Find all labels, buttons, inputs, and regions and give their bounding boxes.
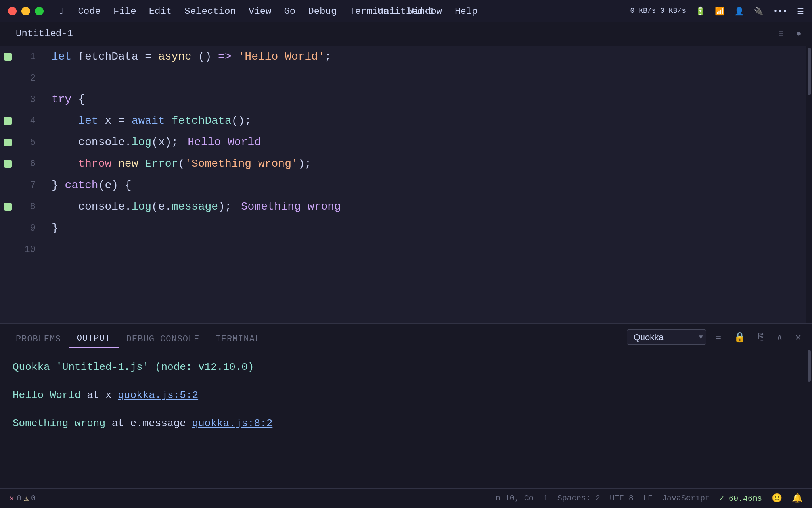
output-link-1[interactable]: quokka.js:5:2 [118, 389, 198, 401]
panel: PROBLEMS OUTPUT DEBUG CONSOLE TERMINAL Q… [0, 323, 812, 488]
punct-dot-8b: . [165, 201, 172, 212]
output-source-select[interactable]: Quokka [627, 329, 706, 345]
smiley-icon[interactable]: 🙂 [772, 493, 782, 504]
error-count: 0 [17, 494, 21, 503]
code-content[interactable]: let fetchData = async () => 'Hello World… [44, 46, 806, 323]
chevron-up-icon[interactable]: ∧ [774, 330, 785, 344]
menu-edit[interactable]: Edit [149, 6, 172, 17]
menu-help[interactable]: Help [455, 6, 478, 17]
minimize-button[interactable] [21, 7, 30, 15]
status-errors[interactable]: ✕ 0 ⚠ 0 [10, 493, 36, 503]
split-editor-icon[interactable]: ⊞ [776, 29, 787, 40]
spaces-setting[interactable]: Spaces: 2 [557, 494, 600, 503]
kw-catch: catch [65, 180, 98, 191]
fn-fetchdata: fetchData [165, 115, 232, 127]
kw-try: try [52, 94, 71, 105]
panel-scrollbar-thumb [808, 350, 811, 382]
var-console-5: console [78, 137, 125, 148]
line-num-4: 4 [16, 110, 44, 132]
language-mode[interactable]: JavaScript [662, 494, 710, 503]
panel-tabs: PROBLEMS OUTPUT DEBUG CONSOLE TERMINAL Q… [0, 324, 812, 348]
output-link-2[interactable]: quokka.js:8:2 [192, 418, 273, 429]
tab-problems[interactable]: PROBLEMS [8, 330, 69, 348]
var-console-8: console [78, 201, 125, 212]
breakpoint-8 [4, 203, 12, 211]
network-speed: 0 KB/s 0 KB/s [630, 7, 686, 15]
punct-call-4: (); [232, 115, 251, 127]
bp-row-1[interactable] [0, 46, 16, 67]
breakpoint-6 [4, 160, 12, 168]
line-numbers: 1 2 3 4 5 6 7 8 9 10 [16, 46, 44, 323]
kw-await: await [132, 115, 165, 127]
menu-file[interactable]: File [113, 6, 136, 17]
editor-tab-untitled[interactable]: Untitled-1 [8, 25, 81, 43]
tab-debug-console[interactable]: DEBUG CONSOLE [119, 330, 208, 348]
space-6b [138, 158, 145, 169]
copy-icon[interactable]: ⎘ [755, 330, 767, 344]
editor-scrollbar[interactable] [806, 46, 812, 323]
punct-rparen-5: ); [165, 137, 178, 148]
punct-catch-paren: ( [98, 180, 105, 191]
bp-row-6[interactable] [0, 153, 16, 175]
code-line-7: } catch ( e ) { [52, 175, 799, 196]
bp-row-5[interactable] [0, 132, 16, 153]
punct-dot-5: . [125, 137, 132, 148]
menu-selection[interactable]: Selection [184, 6, 236, 17]
warning-icon: ⚠ [24, 493, 29, 503]
breakpoint-1 [4, 53, 12, 61]
inline-output-5: Hello World [188, 137, 261, 148]
menu-apple[interactable]:  [59, 6, 65, 17]
battery-icon: 🔋 [695, 6, 705, 16]
menu-go[interactable]: Go [284, 6, 295, 17]
menu-debug[interactable]: Debug [308, 6, 337, 17]
editor-tab-bar: Untitled-1 ⊞ ● [0, 22, 812, 46]
bp-row-7[interactable] [0, 175, 16, 196]
bp-row-9[interactable] [0, 217, 16, 239]
extension-icon: 🔌 [754, 6, 764, 16]
line-num-5: 5 [16, 132, 44, 153]
bp-row-10[interactable] [0, 239, 16, 260]
more-icon: ••• [773, 7, 787, 16]
warning-count: 0 [31, 494, 36, 503]
var-x: x [98, 115, 118, 127]
kw-async: async [158, 51, 192, 62]
bp-row-3[interactable] [0, 89, 16, 110]
menu-code[interactable]: Code [78, 6, 101, 17]
cursor-position[interactable]: Ln 10, Col 1 [491, 494, 548, 503]
line-ending[interactable]: LF [643, 494, 653, 503]
close-panel-icon[interactable]: ✕ [792, 330, 804, 344]
menu-view[interactable]: View [249, 6, 272, 17]
output-line-3: Something wrong at e.message quokka.js:8… [13, 414, 799, 433]
output-at-x: at x [87, 389, 118, 401]
panel-content: Quokka 'Untitled-1.js' (node: v12.10.0) … [0, 348, 812, 488]
lock-icon[interactable]: 🔒 [731, 330, 749, 344]
punct-catch-close: ) { [111, 180, 131, 191]
var-e: e [105, 180, 111, 191]
clear-output-icon[interactable]: ≡ [712, 330, 724, 344]
fn-error: Error [145, 158, 178, 169]
indent-5 [52, 137, 78, 148]
tab-output[interactable]: OUTPUT [69, 329, 119, 348]
code-editor: 1 2 3 4 5 6 7 8 9 10 let fetchData = asy… [0, 46, 812, 323]
maximize-button[interactable] [35, 7, 44, 15]
output-at-emessage: at e.message [112, 418, 192, 429]
bp-row-8[interactable] [0, 196, 16, 217]
file-encoding[interactable]: UTF-8 [610, 494, 634, 503]
status-bar: ✕ 0 ⚠ 0 Ln 10, Col 1 Spaces: 2 UTF-8 LF … [0, 488, 812, 508]
bp-row-2[interactable] [0, 67, 16, 89]
tab-terminal[interactable]: TERMINAL [207, 330, 268, 348]
punct-eq-1: = [145, 51, 158, 62]
timing-check: ✓ 60.46ms [719, 493, 762, 503]
code-line-4: let x = await fetchData (); [52, 110, 799, 132]
bell-icon[interactable]: 🔔 [792, 493, 802, 504]
inline-output-8: Something wrong [241, 201, 341, 212]
status-left: ✕ 0 ⚠ 0 [10, 493, 36, 503]
kw-let-4: let [78, 115, 98, 127]
panel-scrollbar[interactable] [806, 348, 812, 488]
close-button[interactable] [8, 7, 17, 15]
bp-row-4[interactable] [0, 110, 16, 132]
list-icon: ☰ [797, 6, 804, 16]
punct-brace-close-7: } [52, 180, 65, 191]
indent-4 [52, 115, 78, 127]
code-line-2 [52, 67, 799, 89]
